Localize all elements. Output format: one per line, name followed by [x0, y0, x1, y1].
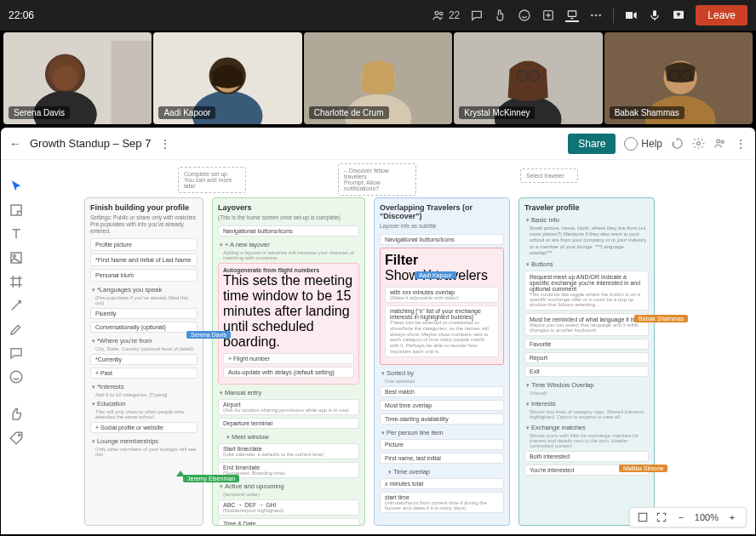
back-button[interactable]: ←: [9, 137, 21, 151]
zoom-level: 100%: [695, 512, 719, 522]
zoom-in-button[interactable]: +: [725, 512, 739, 522]
leave-button[interactable]: Leave: [696, 5, 747, 26]
svg-point-34: [717, 140, 720, 143]
raise-hand-icon[interactable]: [494, 9, 507, 22]
zoom-out-button[interactable]: −: [674, 512, 688, 522]
participant-count[interactable]: 22: [432, 9, 460, 22]
like-tool-icon[interactable]: [9, 407, 24, 422]
cursor-tag-aadi: Aadi Kapoor: [415, 271, 456, 279]
doc-more-icon[interactable]: ⋮: [159, 137, 171, 151]
canvas-more-icon[interactable]: ⋮: [735, 137, 747, 151]
settings-icon[interactable]: [692, 137, 705, 150]
svg-rect-8: [653, 10, 656, 16]
whiteboard-canvas: ← Growth Standup – Sep 7 ⋮ Share Help ⋮ …: [1, 128, 755, 534]
svg-point-7: [599, 14, 602, 17]
reactions-icon[interactable]: [518, 9, 531, 22]
cursor-tag-serena: Serena Davis: [186, 331, 231, 339]
fullscreen-icon[interactable]: [656, 511, 667, 523]
svg-rect-4: [569, 11, 576, 16]
share-button[interactable]: Share: [568, 134, 616, 154]
cursor-tag-babak: Babak Shammas: [634, 315, 688, 322]
undo-icon[interactable]: [671, 137, 684, 150]
svg-point-40: [19, 434, 20, 436]
svg-rect-36: [11, 205, 21, 215]
connector-tool-icon[interactable]: [9, 298, 24, 313]
share-screen-icon[interactable]: [672, 9, 685, 22]
tool-rail: [6, 179, 26, 446]
cursor-tag-mallika: Mallika Simone: [619, 465, 667, 472]
svg-point-1: [440, 12, 443, 14]
svg-point-15: [53, 66, 77, 90]
sticky-tool-icon[interactable]: [9, 202, 24, 218]
meeting-top-bar: 22:06 22 Leave: [0, 0, 756, 31]
present-icon[interactable]: [565, 9, 579, 22]
svg-point-39: [10, 371, 22, 383]
clock: 22:06: [9, 9, 34, 21]
chat-icon[interactable]: [470, 9, 484, 22]
svg-rect-41: [639, 513, 646, 521]
document-title: Growth Standup – Sep 7: [30, 137, 151, 150]
svg-rect-11: [111, 41, 152, 124]
pen-tool-icon[interactable]: [9, 322, 24, 337]
svg-point-38: [13, 254, 15, 257]
text-tool-icon[interactable]: [9, 226, 24, 242]
note-select[interactable]: Select traveler: [520, 168, 578, 183]
cursor-tag-jeremy: Jeremy Eisenman: [183, 475, 239, 482]
video-strip: Serena Davis Aadi Kapoor Charlotte de Cr…: [0, 31, 756, 128]
video-tile[interactable]: Babak Shammas: [604, 32, 753, 124]
camera-icon[interactable]: [624, 9, 638, 22]
pointer-tool-icon[interactable]: [9, 179, 24, 194]
board-surface[interactable]: Complete set upYou can add more later – …: [33, 163, 750, 529]
video-tile[interactable]: Charlotte de Crum: [304, 32, 452, 124]
filter-block[interactable]: Filter Show X travelers with xxx minutes…: [380, 248, 504, 365]
tag-tool-icon[interactable]: [9, 431, 24, 446]
video-tile[interactable]: Serena Davis: [3, 32, 152, 124]
svg-point-35: [721, 140, 724, 143]
svg-point-33: [697, 142, 701, 145]
reaction-tool-icon[interactable]: [9, 369, 24, 385]
image-tool-icon[interactable]: [9, 250, 24, 265]
svg-point-5: [591, 14, 593, 17]
zoom-bar: − 100% +: [629, 507, 747, 527]
note-discover[interactable]: – Discover fellow travelersPrompt: Allow…: [338, 163, 416, 196]
more-icon[interactable]: [589, 9, 603, 22]
video-tile[interactable]: Aadi Kapoor: [153, 32, 301, 124]
canvas-toolbar: ← Growth Standup – Sep 7 ⋮ Share Help ⋮: [1, 128, 755, 160]
comment-tool-icon[interactable]: [9, 345, 24, 361]
fit-icon[interactable]: [637, 511, 649, 523]
note-setup[interactable]: Complete set upYou can add more later: [178, 167, 246, 193]
column-discover[interactable]: Overlapping Travelers (or "Discover") La…: [374, 197, 510, 526]
frame-tool-icon[interactable]: [9, 274, 24, 289]
apps-icon[interactable]: [541, 9, 555, 22]
mic-icon[interactable]: [648, 9, 662, 22]
svg-point-6: [595, 14, 598, 17]
people-icon[interactable]: [713, 137, 726, 150]
video-tile[interactable]: Krystal McKinney: [454, 32, 602, 124]
column-traveler-profile[interactable]: Traveler profile Basic Info Small pictur…: [518, 197, 655, 526]
help-button[interactable]: Help: [624, 137, 662, 151]
svg-point-0: [435, 11, 438, 14]
svg-point-2: [519, 10, 530, 20]
